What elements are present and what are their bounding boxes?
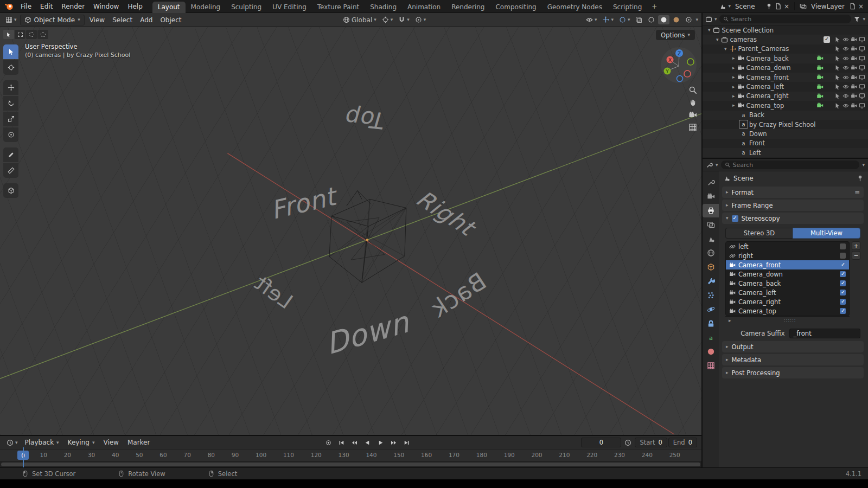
expander-icon[interactable]: ▸ (732, 85, 735, 89)
outliner-row-credit-text[interactable]: by Crazy Pixel School (703, 120, 868, 129)
hide-eye-icon[interactable] (843, 93, 849, 99)
new-scene-icon[interactable] (775, 3, 782, 10)
select-tweak-button[interactable] (3, 30, 14, 39)
workspace-tab[interactable]: Sculpting (226, 2, 267, 13)
tab-scene[interactable] (703, 232, 719, 246)
shading-rendered-button[interactable] (683, 15, 694, 24)
tab-constraints[interactable] (703, 317, 719, 330)
tab-render[interactable] (703, 190, 719, 203)
tool-scale[interactable] (3, 112, 18, 126)
ortho-toggle-icon[interactable] (688, 123, 697, 132)
tool-add-cube[interactable] (3, 183, 18, 198)
multi-view-button[interactable]: Multi-View (793, 228, 860, 239)
add-view-button[interactable]: + (852, 241, 860, 250)
outliner-row-camera-right[interactable]: ▸ Camera_right (703, 92, 868, 101)
render-visibility-icon[interactable] (851, 93, 857, 99)
view-layer-name[interactable]: ViewLayer (809, 3, 847, 10)
workspace-tab[interactable]: Animation (402, 2, 446, 13)
snapping-toggle[interactable]: ▾ (396, 15, 412, 24)
selectable-icon[interactable] (834, 74, 841, 81)
workspace-tab[interactable]: Layout (152, 2, 186, 13)
viewport-visibility-icon[interactable] (859, 93, 865, 99)
render-visibility-icon[interactable] (851, 36, 857, 43)
viewport-visibility-icon[interactable] (859, 65, 865, 71)
view-enabled-checkbox[interactable] (840, 280, 846, 286)
tool-move[interactable] (3, 80, 18, 95)
hide-eye-icon[interactable] (843, 102, 849, 109)
object-type-visibility-dropdown[interactable]: ▾ (584, 15, 599, 24)
stereo-3d-button[interactable]: Stereo 3D (725, 228, 793, 239)
panel-output[interactable]: ▸Output (722, 341, 864, 352)
viewport-canvas[interactable]: Top Front Right Left Down Back User Pers… (0, 27, 701, 435)
workspace-tab[interactable]: Scripting (608, 2, 647, 13)
list-filter-expander[interactable]: ▸ (729, 318, 731, 323)
view-enabled-checkbox[interactable] (840, 243, 846, 249)
camera-suffix-field[interactable]: _front (789, 329, 860, 338)
tool-rotate[interactable] (3, 96, 18, 111)
viewport-visibility-icon[interactable] (859, 84, 865, 90)
preview-range-icon[interactable] (624, 439, 631, 446)
view-row[interactable]: Camera_down (726, 269, 849, 279)
play-button[interactable] (374, 438, 386, 447)
keying-menu[interactable]: Keying▾ (64, 439, 99, 446)
outliner-row-scene-collection[interactable]: ▾ Scene Collection (703, 25, 868, 35)
viewport-visibility-icon[interactable] (859, 74, 865, 81)
pin-icon[interactable] (857, 175, 864, 182)
panel-post-processing[interactable]: ▸Post Processing (722, 367, 864, 378)
view-enabled-checkbox[interactable] (840, 290, 846, 296)
stereoscopy-checkbox[interactable] (732, 215, 738, 222)
expander-icon[interactable]: ▸ (732, 56, 735, 61)
view-row[interactable]: Camera_top (726, 306, 849, 316)
outliner-row-front-text[interactable]: Front (703, 139, 868, 148)
panel-format[interactable]: ▸Format ≡ (722, 187, 864, 198)
unlink-scene-button[interactable]: × (784, 3, 789, 10)
menubar-item[interactable]: Render (57, 0, 89, 13)
viewport-visibility-icon[interactable] (859, 55, 865, 62)
workspace-tab[interactable]: UV Editing (267, 2, 312, 13)
blender-logo-icon[interactable] (4, 2, 14, 11)
render-visibility-icon[interactable] (851, 84, 857, 90)
select-circle-button[interactable] (26, 30, 37, 39)
timeline-view-menu[interactable]: View (99, 439, 122, 446)
tab-texture[interactable] (703, 359, 719, 373)
selectable-icon[interactable] (834, 84, 841, 90)
timeline-track[interactable] (0, 461, 701, 467)
timeline-scrollbar[interactable] (1, 463, 700, 466)
expander-icon[interactable]: ▸ (732, 66, 735, 70)
outliner-search-input[interactable]: Search (719, 15, 852, 23)
playback-menu[interactable]: Playback▾ (21, 439, 63, 446)
breadcrumb-label[interactable]: Scene (733, 175, 754, 182)
zoom-icon[interactable] (688, 86, 697, 94)
render-visibility-icon[interactable] (851, 74, 857, 81)
view-row[interactable]: right (726, 251, 849, 260)
viewport-menu-item[interactable]: Add (136, 13, 156, 27)
outliner-editor-icon[interactable] (705, 16, 712, 23)
outliner-row-down-text[interactable]: Down (703, 129, 868, 138)
workspace-tab[interactable]: Shading (365, 2, 402, 13)
selectable-icon[interactable] (834, 46, 841, 52)
tab-particles[interactable] (703, 288, 719, 302)
selectable-icon[interactable] (834, 102, 841, 109)
scene-text-top[interactable]: Top (341, 104, 388, 134)
list-resize-grip[interactable]: ∷∷∷ (784, 318, 796, 323)
tab-output[interactable] (703, 204, 719, 217)
workspace-tab[interactable]: Compositing (490, 2, 541, 13)
tool-transform[interactable] (3, 127, 18, 142)
view-enabled-checkbox[interactable] (840, 271, 846, 277)
expander-icon[interactable]: ▾ (716, 37, 719, 42)
expander-icon[interactable]: ▸ (732, 103, 735, 108)
expander-icon[interactable]: ▸ (732, 75, 735, 80)
options-button[interactable]: Options ▾ (656, 30, 695, 40)
tab-object-data[interactable] (703, 331, 719, 344)
menubar-item[interactable]: Edit (36, 0, 57, 13)
select-box-button[interactable] (15, 30, 25, 39)
view-enabled-checkbox[interactable] (840, 308, 846, 314)
workspace-tab[interactable]: Texture Paint (312, 2, 365, 13)
tool-measure[interactable] (3, 163, 18, 178)
render-visibility-icon[interactable] (851, 46, 857, 52)
editor-type-button[interactable]: ▾ (3, 15, 19, 24)
outliner-row-parent-cameras[interactable]: ▾ Parent_Cameras (703, 44, 868, 54)
tool-select-box[interactable] (3, 44, 18, 59)
shading-options-caret[interactable]: ▾ (695, 17, 698, 22)
show-gizmo-toggle[interactable]: ▾ (600, 15, 616, 24)
